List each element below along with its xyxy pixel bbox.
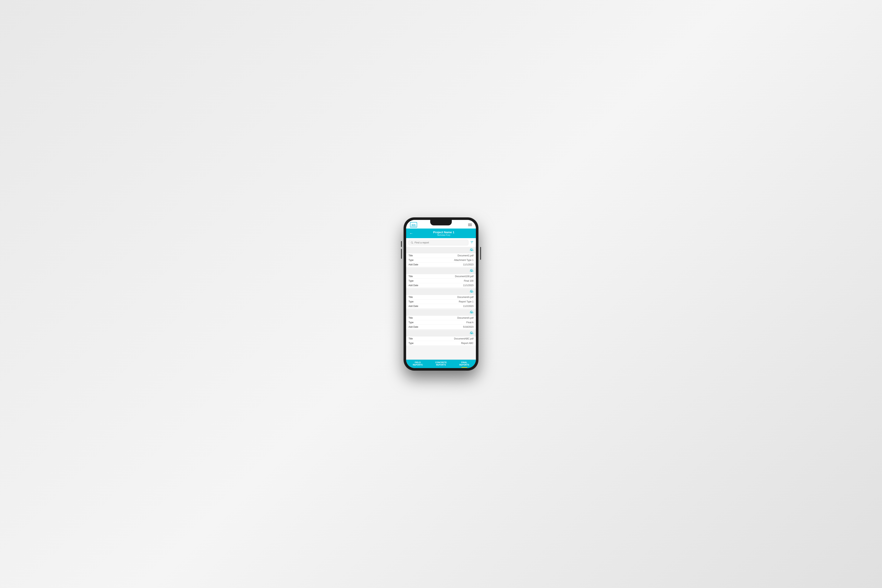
report-card-header — [406, 330, 476, 336]
download-cloud-icon — [470, 269, 474, 273]
tab-final-reports-label: FINALREPORTS — [459, 362, 469, 366]
report-card-header — [406, 247, 476, 254]
search-icon — [411, 241, 413, 244]
download-button[interactable] — [470, 310, 474, 315]
download-cloud-icon — [470, 310, 474, 314]
tab-field-reports[interactable]: FIELDREPORTS — [406, 360, 429, 368]
date-value: 5/18/2023 — [463, 326, 474, 328]
volume-up-button — [401, 249, 402, 259]
reports-container: TitleDocument1.pdfTypeAttachment Type 1A… — [406, 247, 476, 345]
download-cloud-icon — [470, 331, 474, 335]
app-logo-area: ECS — [410, 222, 417, 228]
download-button[interactable] — [470, 290, 474, 294]
title-label: Title — [408, 296, 413, 298]
svg-point-5 — [472, 241, 473, 242]
report-date-row: Add Date11/2/2023 — [406, 304, 476, 308]
download-button[interactable] — [470, 248, 474, 253]
report-type-row: TypeReport Type 1 — [406, 300, 476, 304]
type-value: Final A — [466, 321, 474, 324]
project-name: Project Name 1 — [415, 231, 473, 234]
report-type-row: TypeReport ABC — [406, 341, 476, 345]
power-button — [480, 247, 481, 260]
report-title-row: TitleDocumentA.pdf — [406, 316, 476, 320]
title-value: Document100.pdf — [455, 275, 474, 278]
title-value: DocumentABC.pdf — [454, 338, 474, 340]
report-title-row: TitleDocument100.pdf — [406, 274, 476, 279]
type-label: Type — [408, 279, 414, 282]
report-title-row: TitleDocument1.pdf — [406, 254, 476, 258]
download-cloud-icon — [470, 248, 474, 252]
header-center: Project Name 1 Nicholas Fury — [415, 231, 473, 236]
report-card-header — [406, 268, 476, 274]
download-button[interactable] — [470, 269, 474, 273]
title-label: Title — [408, 275, 413, 278]
reports-list: TitleDocument1.pdfTypeAttachment Type 1A… — [406, 247, 476, 360]
report-date-row: Add Date11/1/2023 — [406, 283, 476, 288]
type-value: Report Type 1 — [459, 300, 474, 303]
list-item: TitleDocumentA.pdfTypeFinal AAdd Date5/1… — [406, 309, 476, 329]
report-card-header — [406, 289, 476, 295]
type-value: Report ABC — [461, 342, 474, 345]
list-item: TitleDocumentABC.pdfTypeReport ABC — [406, 330, 476, 345]
hamburger-line-1 — [468, 224, 472, 224]
status-bar: ECS — [406, 220, 476, 228]
report-date-row: Add Date11/1/2023 — [406, 262, 476, 267]
svg-point-0 — [411, 242, 412, 243]
date-value: 11/2/2023 — [463, 305, 474, 308]
title-value: DocumentA.pdf — [457, 296, 474, 298]
type-label: Type — [408, 342, 414, 345]
tab-field-reports-label: FIELDREPORTS — [413, 362, 423, 366]
report-type-row: TypeFinal 100 — [406, 279, 476, 283]
type-value: Final 100 — [464, 279, 474, 282]
date-label: Add Date — [408, 263, 418, 266]
report-card-header — [406, 309, 476, 316]
title-value: DocumentA.pdf — [457, 316, 474, 319]
report-title-row: TitleDocumentA.pdf — [406, 295, 476, 300]
type-value: Attachment Type 1 — [454, 259, 474, 261]
report-type-row: TypeFinal A — [406, 320, 476, 325]
type-label: Type — [408, 321, 414, 324]
bottom-tab-bar: FIELDREPORTS CONCRETEREPORTS FINALREPORT… — [406, 360, 476, 368]
tab-concrete-reports-label: CONCRETEREPORTS — [435, 362, 447, 366]
report-date-row: Add Date5/18/2023 — [406, 325, 476, 329]
report-type-row: TypeAttachment Type 1 — [406, 258, 476, 262]
phone-screen: ECS ← Project Name 1 Nicholas Fury — [406, 220, 476, 368]
search-input[interactable] — [414, 241, 466, 244]
search-input-wrapper — [408, 240, 468, 245]
list-item: TitleDocumentA.pdfTypeReport Type 1Add D… — [406, 289, 476, 308]
type-label: Type — [408, 259, 414, 261]
title-label: Title — [408, 338, 413, 340]
date-label: Add Date — [408, 284, 418, 287]
title-label: Title — [408, 316, 413, 319]
download-cloud-icon — [470, 290, 474, 293]
tab-active-indicator — [461, 367, 467, 368]
download-button[interactable] — [470, 331, 474, 336]
date-label: Add Date — [408, 326, 418, 328]
list-item: TitleDocument1.pdfTypeAttachment Type 1A… — [406, 247, 476, 267]
back-button[interactable]: ← — [409, 231, 413, 236]
type-label: Type — [408, 300, 414, 303]
date-label: Add Date — [408, 305, 418, 308]
search-bar — [406, 238, 476, 247]
hamburger-line-3 — [468, 226, 472, 226]
ecs-logo-text: ECS — [412, 224, 416, 226]
filter-icon[interactable] — [470, 240, 474, 245]
user-name: Nicholas Fury — [415, 234, 473, 236]
hamburger-menu-button[interactable] — [468, 224, 472, 226]
tab-final-reports[interactable]: FINALREPORTS — [453, 360, 476, 368]
svg-line-1 — [412, 243, 413, 244]
page-header: ← Project Name 1 Nicholas Fury — [406, 228, 476, 238]
tab-concrete-reports[interactable]: CONCRETEREPORTS — [429, 360, 453, 368]
volume-down-button — [401, 241, 402, 247]
title-value: Document1.pdf — [458, 254, 474, 257]
ecs-logo: ECS — [410, 222, 417, 228]
date-value: 11/1/2023 — [463, 284, 474, 287]
list-item: TitleDocument100.pdfTypeFinal 100Add Dat… — [406, 268, 476, 288]
title-label: Title — [408, 254, 413, 257]
notch — [430, 220, 452, 225]
date-value: 11/1/2023 — [463, 263, 474, 266]
report-title-row: TitleDocumentABC.pdf — [406, 336, 476, 341]
hamburger-line-2 — [468, 225, 472, 225]
phone-device: ECS ← Project Name 1 Nicholas Fury — [404, 218, 478, 370]
